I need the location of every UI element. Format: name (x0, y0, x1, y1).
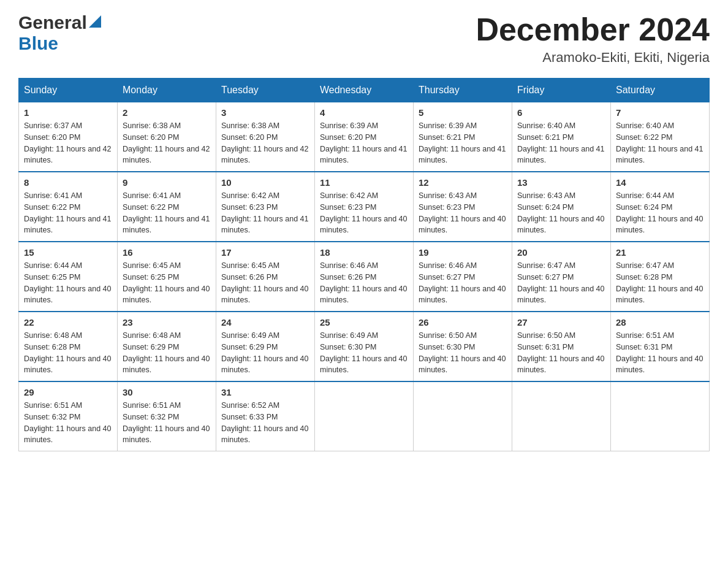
header-sunday: Sunday (19, 79, 118, 102)
day-number: 21 (616, 247, 704, 258)
header-saturday: Saturday (611, 79, 710, 102)
table-row (611, 381, 710, 451)
sunset-label: Sunset: 6:26 PM (221, 273, 278, 282)
day-info: Sunrise: 6:40 AM Sunset: 6:21 PM Dayligh… (517, 120, 605, 166)
day-number: 5 (419, 107, 507, 118)
table-row (315, 381, 414, 451)
daylight-label: Daylight: 11 hours and 40 minutes. (24, 424, 111, 445)
sunset-label: Sunset: 6:20 PM (123, 133, 179, 142)
header-monday: Monday (118, 79, 216, 102)
sunrise-label: Sunrise: 6:51 AM (616, 331, 674, 340)
sunset-label: Sunset: 6:21 PM (419, 133, 475, 142)
daylight-label: Daylight: 11 hours and 40 minutes. (221, 354, 308, 375)
day-number: 17 (221, 247, 309, 258)
day-number: 9 (123, 177, 211, 188)
day-info: Sunrise: 6:41 AM Sunset: 6:22 PM Dayligh… (123, 190, 211, 236)
sunrise-label: Sunrise: 6:49 AM (221, 331, 279, 340)
daylight-label: Daylight: 11 hours and 40 minutes. (320, 215, 407, 235)
daylight-label: Daylight: 11 hours and 41 minutes. (221, 215, 308, 235)
daylight-label: Daylight: 11 hours and 42 minutes. (221, 145, 308, 165)
day-info: Sunrise: 6:49 AM Sunset: 6:29 PM Dayligh… (221, 330, 309, 376)
sunrise-label: Sunrise: 6:43 AM (517, 191, 575, 200)
table-row: 19 Sunrise: 6:46 AM Sunset: 6:27 PM Dayl… (414, 242, 512, 312)
table-row: 29 Sunrise: 6:51 AM Sunset: 6:32 PM Dayl… (19, 381, 118, 451)
header-friday: Friday (512, 79, 611, 102)
day-number: 29 (24, 387, 112, 397)
day-number: 3 (221, 107, 309, 118)
daylight-label: Daylight: 11 hours and 40 minutes. (221, 424, 308, 445)
sunrise-label: Sunrise: 6:39 AM (419, 121, 477, 130)
day-number: 7 (616, 107, 704, 118)
sunrise-label: Sunrise: 6:51 AM (123, 401, 181, 410)
day-number: 30 (123, 387, 211, 397)
daylight-label: Daylight: 11 hours and 40 minutes. (123, 285, 210, 305)
day-info: Sunrise: 6:52 AM Sunset: 6:33 PM Dayligh… (221, 400, 309, 446)
day-number: 23 (123, 317, 211, 327)
day-number: 26 (419, 317, 507, 327)
daylight-label: Daylight: 11 hours and 40 minutes. (24, 285, 111, 305)
table-row: 5 Sunrise: 6:39 AM Sunset: 6:21 PM Dayli… (414, 102, 512, 172)
table-row: 23 Sunrise: 6:48 AM Sunset: 6:29 PM Dayl… (118, 312, 216, 381)
sunset-label: Sunset: 6:29 PM (221, 343, 278, 351)
table-row: 21 Sunrise: 6:47 AM Sunset: 6:28 PM Dayl… (611, 242, 710, 312)
sunset-label: Sunset: 6:22 PM (24, 203, 80, 212)
sunset-label: Sunset: 6:32 PM (123, 413, 179, 421)
day-number: 12 (419, 177, 507, 188)
calendar-week-row: 8 Sunrise: 6:41 AM Sunset: 6:22 PM Dayli… (19, 172, 710, 242)
table-row: 12 Sunrise: 6:43 AM Sunset: 6:23 PM Dayl… (414, 172, 512, 242)
table-row: 1 Sunrise: 6:37 AM Sunset: 6:20 PM Dayli… (19, 102, 118, 172)
daylight-label: Daylight: 11 hours and 40 minutes. (517, 215, 604, 235)
daylight-label: Daylight: 11 hours and 42 minutes. (123, 145, 210, 165)
logo: General Blue (18, 12, 101, 54)
daylight-label: Daylight: 11 hours and 40 minutes. (320, 285, 407, 305)
sunrise-label: Sunrise: 6:38 AM (221, 121, 279, 130)
day-info: Sunrise: 6:38 AM Sunset: 6:20 PM Dayligh… (123, 120, 211, 166)
table-row: 11 Sunrise: 6:42 AM Sunset: 6:23 PM Dayl… (315, 172, 414, 242)
day-info: Sunrise: 6:41 AM Sunset: 6:22 PM Dayligh… (24, 190, 112, 236)
day-info: Sunrise: 6:48 AM Sunset: 6:29 PM Dayligh… (123, 330, 211, 376)
table-row: 10 Sunrise: 6:42 AM Sunset: 6:23 PM Dayl… (216, 172, 315, 242)
daylight-label: Daylight: 11 hours and 41 minutes. (320, 145, 407, 165)
day-number: 2 (123, 107, 211, 118)
table-row: 22 Sunrise: 6:48 AM Sunset: 6:28 PM Dayl… (19, 312, 118, 381)
daylight-label: Daylight: 11 hours and 41 minutes. (123, 215, 210, 235)
sunset-label: Sunset: 6:33 PM (221, 413, 278, 421)
table-row: 4 Sunrise: 6:39 AM Sunset: 6:20 PM Dayli… (315, 102, 414, 172)
day-number: 6 (517, 107, 605, 118)
table-row: 28 Sunrise: 6:51 AM Sunset: 6:31 PM Dayl… (611, 312, 710, 381)
daylight-label: Daylight: 11 hours and 41 minutes. (419, 145, 506, 165)
day-info: Sunrise: 6:47 AM Sunset: 6:27 PM Dayligh… (517, 260, 605, 306)
sunrise-label: Sunrise: 6:50 AM (517, 331, 575, 340)
day-number: 28 (616, 317, 704, 327)
day-info: Sunrise: 6:42 AM Sunset: 6:23 PM Dayligh… (320, 190, 408, 236)
sunrise-label: Sunrise: 6:52 AM (221, 401, 279, 410)
day-info: Sunrise: 6:37 AM Sunset: 6:20 PM Dayligh… (24, 120, 112, 166)
table-row: 6 Sunrise: 6:40 AM Sunset: 6:21 PM Dayli… (512, 102, 611, 172)
header-thursday: Thursday (414, 79, 512, 102)
day-number: 19 (419, 247, 507, 258)
day-info: Sunrise: 6:51 AM Sunset: 6:31 PM Dayligh… (616, 330, 704, 376)
sunrise-label: Sunrise: 6:37 AM (24, 121, 82, 130)
table-row (512, 381, 611, 451)
day-info: Sunrise: 6:39 AM Sunset: 6:20 PM Dayligh… (320, 120, 408, 166)
day-info: Sunrise: 6:44 AM Sunset: 6:25 PM Dayligh… (24, 260, 112, 306)
day-number: 15 (24, 247, 112, 258)
daylight-label: Daylight: 11 hours and 40 minutes. (320, 354, 407, 375)
sunset-label: Sunset: 6:20 PM (221, 133, 278, 142)
day-info: Sunrise: 6:44 AM Sunset: 6:24 PM Dayligh… (616, 190, 704, 236)
sunrise-label: Sunrise: 6:42 AM (320, 191, 378, 200)
sunset-label: Sunset: 6:31 PM (616, 343, 672, 351)
calendar-week-row: 22 Sunrise: 6:48 AM Sunset: 6:28 PM Dayl… (19, 312, 710, 381)
sunset-label: Sunset: 6:28 PM (616, 273, 672, 282)
sunrise-label: Sunrise: 6:48 AM (24, 331, 82, 340)
sunrise-label: Sunrise: 6:41 AM (123, 191, 181, 200)
calendar-table: Sunday Monday Tuesday Wednesday Thursday… (18, 78, 710, 451)
table-row: 18 Sunrise: 6:46 AM Sunset: 6:26 PM Dayl… (315, 242, 414, 312)
daylight-label: Daylight: 11 hours and 40 minutes. (123, 424, 210, 445)
day-number: 31 (221, 387, 309, 397)
sunset-label: Sunset: 6:23 PM (419, 203, 475, 212)
daylight-label: Daylight: 11 hours and 41 minutes. (24, 215, 111, 235)
sunrise-label: Sunrise: 6:46 AM (419, 261, 477, 270)
logo-blue-text: Blue (18, 33, 58, 53)
sunset-label: Sunset: 6:30 PM (320, 343, 376, 351)
